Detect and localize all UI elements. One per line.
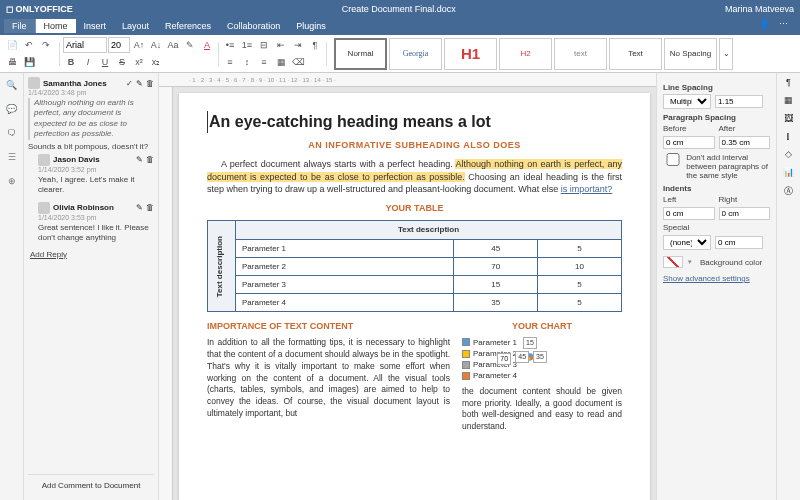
indent-left[interactable] — [663, 207, 715, 220]
delete-icon[interactable]: 🗑 — [146, 203, 154, 212]
special-indent-mode[interactable]: (none) — [663, 235, 711, 250]
no-interval-checkbox[interactable] — [663, 153, 683, 166]
subscript-icon[interactable]: x₂ — [148, 54, 164, 70]
change-case-icon[interactable]: Aa — [165, 37, 181, 53]
tab-plugins[interactable]: Plugins — [288, 19, 334, 33]
font-family-select[interactable] — [63, 37, 107, 53]
avatar — [38, 202, 50, 214]
delete-icon[interactable]: 🗑 — [146, 79, 154, 88]
add-comment-button[interactable]: Add Comment to Document — [28, 474, 154, 496]
textart-icon[interactable]: Ⓐ — [784, 185, 793, 198]
shading-icon[interactable]: ▦ — [273, 54, 289, 70]
font-size-select[interactable] — [108, 37, 130, 53]
feedback-icon[interactable]: ⊕ — [4, 173, 20, 189]
style-h2[interactable]: H2 — [499, 38, 552, 70]
table-title[interactable]: YOUR TABLE — [207, 202, 622, 215]
style-expand-icon[interactable]: ⌄ — [719, 38, 733, 70]
style-nospacing[interactable]: No Spacing — [664, 38, 717, 70]
style-georgia[interactable]: Georgia — [389, 38, 442, 70]
table-row: Parameter 27010 — [208, 257, 622, 275]
print-icon[interactable]: 🖶 — [4, 54, 20, 70]
copy-icon[interactable]: 📄 — [4, 37, 20, 53]
edit-icon[interactable]: ✎ — [136, 155, 143, 164]
style-text-lc[interactable]: text — [554, 38, 607, 70]
font-color-icon[interactable]: A — [199, 37, 215, 53]
comments-panel: Samantha Jones ✓ ✎ 🗑 1/14/2020 3:48 pm A… — [24, 73, 159, 500]
parameter-table[interactable]: Text descriptionText description Paramet… — [207, 220, 622, 312]
file-menu[interactable]: File — [4, 19, 36, 33]
current-user[interactable]: Marina Matveeva — [725, 4, 794, 14]
clear-style-icon[interactable]: ⌫ — [290, 54, 306, 70]
ruler-vertical[interactable] — [159, 87, 173, 500]
section-heading[interactable]: IMPORTANCE OF TEXT CONTENT — [207, 320, 450, 333]
comment-thread[interactable]: Samantha Jones ✓ ✎ 🗑 1/14/2020 3:48 pm A… — [28, 77, 154, 259]
decrease-font-icon[interactable]: A↓ — [148, 37, 164, 53]
redo-icon[interactable]: ↷ — [38, 37, 54, 53]
strike-icon[interactable]: S — [114, 54, 130, 70]
delete-icon[interactable]: 🗑 — [146, 155, 154, 164]
doc-paragraph[interactable]: the document content should be given mor… — [462, 386, 622, 434]
style-text[interactable]: Text — [609, 38, 662, 70]
align-left-icon[interactable]: ≡ — [222, 54, 238, 70]
ruler-horizontal[interactable]: · 1 · 2 · 3 · 4 · 5 · 6 · 7 · 8 · 9 · 10… — [159, 73, 656, 87]
spacing-before[interactable] — [663, 136, 715, 149]
comments-icon[interactable]: 💬 — [4, 101, 20, 117]
line-spacing-mode[interactable]: Multiple — [663, 94, 711, 109]
para-spacing-icon[interactable]: ≡ — [256, 54, 272, 70]
dec-indent-icon[interactable]: ⇤ — [273, 37, 289, 53]
advanced-settings-link[interactable]: Show advanced settings — [663, 274, 770, 283]
special-indent-value[interactable] — [715, 236, 763, 249]
header-icon[interactable]: ⫿ — [786, 131, 791, 141]
underline-icon[interactable]: U — [97, 54, 113, 70]
tab-insert[interactable]: Insert — [76, 19, 115, 33]
search-icon[interactable]: 🔍 — [4, 77, 20, 93]
doc-heading-2[interactable]: AN INFORMATIVE SUBHEADING ALSO DOES — [207, 139, 622, 152]
tab-references[interactable]: References — [157, 19, 219, 33]
doc-paragraph[interactable]: A perfect document always starts with a … — [207, 158, 622, 196]
pilcrow-icon[interactable]: ¶ — [307, 37, 323, 53]
chart-icon[interactable]: 📊 — [783, 167, 794, 177]
indent-right[interactable] — [719, 207, 771, 220]
doc-heading-1[interactable]: An eye-catching heading means a lot — [207, 111, 622, 133]
right-rail: ¶ ▦ 🖼 ⫿ ◇ 📊 Ⓐ — [776, 73, 800, 500]
bullets-icon[interactable]: •≡ — [222, 37, 238, 53]
multilevel-icon[interactable]: ⊟ — [256, 37, 272, 53]
save-icon[interactable]: 💾 — [21, 54, 37, 70]
undo-icon[interactable]: ↶ — [21, 37, 37, 53]
paragraph-icon[interactable]: ¶ — [786, 77, 791, 87]
highlight-color-icon[interactable]: ✎ — [182, 37, 198, 53]
line-spacing-value[interactable] — [715, 95, 763, 108]
edit-icon[interactable]: ✎ — [136, 203, 143, 212]
resolve-icon[interactable]: ✓ — [126, 79, 133, 88]
italic-icon[interactable]: I — [80, 54, 96, 70]
shape-icon[interactable]: ◇ — [785, 149, 792, 159]
line-spacing-icon[interactable]: ↕ — [239, 54, 255, 70]
user-icon[interactable]: 👤 — [759, 19, 773, 33]
tab-home[interactable]: Home — [36, 19, 76, 33]
bgcolor-swatch[interactable] — [663, 256, 683, 268]
inc-indent-icon[interactable]: ⇥ — [290, 37, 306, 53]
bold-icon[interactable]: B — [63, 54, 79, 70]
nav-icon[interactable]: ☰ — [4, 149, 20, 165]
table-icon[interactable]: ▦ — [784, 95, 793, 105]
increase-font-icon[interactable]: A↑ — [131, 37, 147, 53]
superscript-icon[interactable]: x² — [131, 54, 147, 70]
add-reply-link[interactable]: Add Reply — [30, 250, 154, 259]
numbering-icon[interactable]: 1≡ — [239, 37, 255, 53]
paragraph-settings-panel: Line Spacing Multiple Paragraph Spacing … — [656, 73, 776, 500]
style-normal[interactable]: Normal — [334, 38, 387, 70]
chat-icon[interactable]: 🗨 — [4, 125, 20, 141]
document-area: · 1 · 2 · 3 · 4 · 5 · 6 · 7 · 8 · 9 · 10… — [159, 73, 656, 500]
tab-layout[interactable]: Layout — [114, 19, 157, 33]
spacing-after[interactable] — [719, 136, 771, 149]
doc-paragraph[interactable]: In addition to all the formatting tips, … — [207, 337, 450, 420]
page-canvas[interactable]: An eye-catching heading means a lot AN I… — [179, 93, 650, 500]
style-gallery: Normal Georgia H1 H2 text Text No Spacin… — [334, 38, 733, 70]
style-h1[interactable]: H1 — [444, 38, 497, 70]
comment-author: Samantha Jones — [43, 79, 107, 88]
image-icon[interactable]: 🖼 — [784, 113, 793, 123]
search-icon[interactable]: ⋯ — [779, 19, 793, 33]
edit-icon[interactable]: ✎ — [136, 79, 143, 88]
pie-chart[interactable]: 45 35 15 70 — [523, 351, 535, 367]
tab-collaboration[interactable]: Collaboration — [219, 19, 288, 33]
